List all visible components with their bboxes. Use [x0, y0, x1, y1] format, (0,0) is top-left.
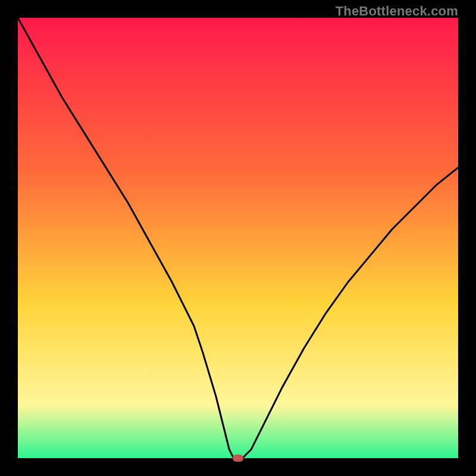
- chart-plot: [18, 18, 458, 458]
- watermark-text: TheBottleneck.com: [336, 4, 458, 19]
- chart-frame: TheBottleneck.com: [0, 0, 476, 476]
- gradient-bg: [18, 18, 458, 458]
- optimal-marker: [233, 455, 243, 462]
